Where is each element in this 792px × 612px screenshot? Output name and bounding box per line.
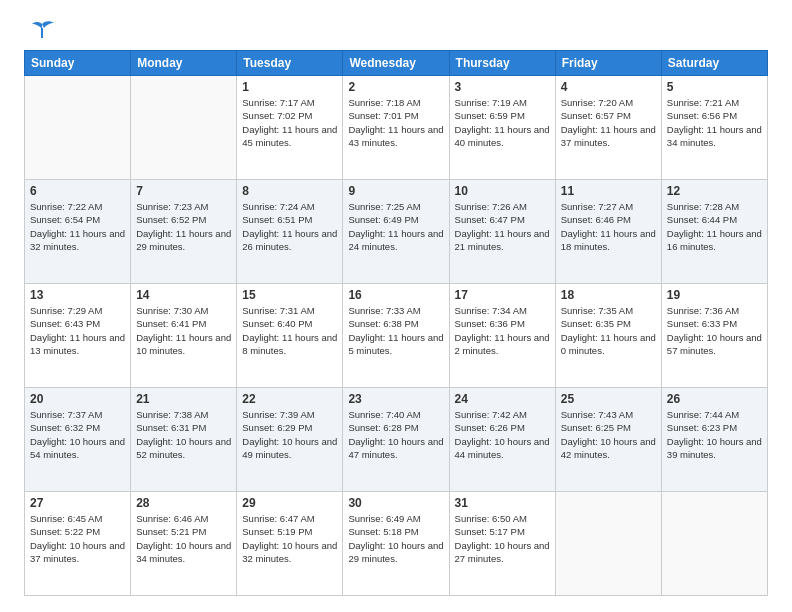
day-info: Sunrise: 7:44 AMSunset: 6:23 PMDaylight:…: [667, 408, 762, 461]
week-row-2: 6Sunrise: 7:22 AMSunset: 6:54 PMDaylight…: [25, 180, 768, 284]
day-cell: 27Sunrise: 6:45 AMSunset: 5:22 PMDayligh…: [25, 492, 131, 596]
week-row-1: 1Sunrise: 7:17 AMSunset: 7:02 PMDaylight…: [25, 76, 768, 180]
col-header-tuesday: Tuesday: [237, 51, 343, 76]
day-info: Sunrise: 6:49 AMSunset: 5:18 PMDaylight:…: [348, 512, 443, 565]
day-cell: 10Sunrise: 7:26 AMSunset: 6:47 PMDayligh…: [449, 180, 555, 284]
week-row-3: 13Sunrise: 7:29 AMSunset: 6:43 PMDayligh…: [25, 284, 768, 388]
day-cell: 20Sunrise: 7:37 AMSunset: 6:32 PMDayligh…: [25, 388, 131, 492]
days-header-row: SundayMondayTuesdayWednesdayThursdayFrid…: [25, 51, 768, 76]
day-cell: 9Sunrise: 7:25 AMSunset: 6:49 PMDaylight…: [343, 180, 449, 284]
day-number: 10: [455, 184, 550, 198]
day-number: 7: [136, 184, 231, 198]
week-row-4: 20Sunrise: 7:37 AMSunset: 6:32 PMDayligh…: [25, 388, 768, 492]
day-number: 11: [561, 184, 656, 198]
day-info: Sunrise: 7:36 AMSunset: 6:33 PMDaylight:…: [667, 304, 762, 357]
day-cell: 15Sunrise: 7:31 AMSunset: 6:40 PMDayligh…: [237, 284, 343, 388]
day-info: Sunrise: 7:22 AMSunset: 6:54 PMDaylight:…: [30, 200, 125, 253]
day-info: Sunrise: 6:50 AMSunset: 5:17 PMDaylight:…: [455, 512, 550, 565]
day-number: 31: [455, 496, 550, 510]
day-info: Sunrise: 6:46 AMSunset: 5:21 PMDaylight:…: [136, 512, 231, 565]
day-number: 26: [667, 392, 762, 406]
day-cell: 12Sunrise: 7:28 AMSunset: 6:44 PMDayligh…: [661, 180, 767, 284]
day-info: Sunrise: 7:29 AMSunset: 6:43 PMDaylight:…: [30, 304, 125, 357]
day-info: Sunrise: 7:37 AMSunset: 6:32 PMDaylight:…: [30, 408, 125, 461]
day-cell: 22Sunrise: 7:39 AMSunset: 6:29 PMDayligh…: [237, 388, 343, 492]
logo: [24, 20, 56, 38]
day-cell: [25, 76, 131, 180]
day-info: Sunrise: 7:27 AMSunset: 6:46 PMDaylight:…: [561, 200, 656, 253]
day-info: Sunrise: 7:30 AMSunset: 6:41 PMDaylight:…: [136, 304, 231, 357]
day-cell: 19Sunrise: 7:36 AMSunset: 6:33 PMDayligh…: [661, 284, 767, 388]
day-number: 30: [348, 496, 443, 510]
day-number: 5: [667, 80, 762, 94]
day-cell: 3Sunrise: 7:19 AMSunset: 6:59 PMDaylight…: [449, 76, 555, 180]
day-cell: 29Sunrise: 6:47 AMSunset: 5:19 PMDayligh…: [237, 492, 343, 596]
day-cell: 16Sunrise: 7:33 AMSunset: 6:38 PMDayligh…: [343, 284, 449, 388]
day-cell: 7Sunrise: 7:23 AMSunset: 6:52 PMDaylight…: [131, 180, 237, 284]
day-info: Sunrise: 7:20 AMSunset: 6:57 PMDaylight:…: [561, 96, 656, 149]
day-cell: 25Sunrise: 7:43 AMSunset: 6:25 PMDayligh…: [555, 388, 661, 492]
day-info: Sunrise: 7:24 AMSunset: 6:51 PMDaylight:…: [242, 200, 337, 253]
day-info: Sunrise: 7:26 AMSunset: 6:47 PMDaylight:…: [455, 200, 550, 253]
day-cell: [131, 76, 237, 180]
day-number: 2: [348, 80, 443, 94]
calendar-table: SundayMondayTuesdayWednesdayThursdayFrid…: [24, 50, 768, 596]
day-cell: 6Sunrise: 7:22 AMSunset: 6:54 PMDaylight…: [25, 180, 131, 284]
day-info: Sunrise: 7:43 AMSunset: 6:25 PMDaylight:…: [561, 408, 656, 461]
col-header-wednesday: Wednesday: [343, 51, 449, 76]
day-number: 28: [136, 496, 231, 510]
day-number: 18: [561, 288, 656, 302]
day-cell: 13Sunrise: 7:29 AMSunset: 6:43 PMDayligh…: [25, 284, 131, 388]
day-cell: 2Sunrise: 7:18 AMSunset: 7:01 PMDaylight…: [343, 76, 449, 180]
day-cell: [555, 492, 661, 596]
day-info: Sunrise: 7:17 AMSunset: 7:02 PMDaylight:…: [242, 96, 337, 149]
day-number: 8: [242, 184, 337, 198]
day-cell: 18Sunrise: 7:35 AMSunset: 6:35 PMDayligh…: [555, 284, 661, 388]
day-cell: 28Sunrise: 6:46 AMSunset: 5:21 PMDayligh…: [131, 492, 237, 596]
day-number: 22: [242, 392, 337, 406]
day-number: 21: [136, 392, 231, 406]
day-number: 4: [561, 80, 656, 94]
day-number: 12: [667, 184, 762, 198]
day-cell: 5Sunrise: 7:21 AMSunset: 6:56 PMDaylight…: [661, 76, 767, 180]
col-header-sunday: Sunday: [25, 51, 131, 76]
day-number: 6: [30, 184, 125, 198]
day-cell: 21Sunrise: 7:38 AMSunset: 6:31 PMDayligh…: [131, 388, 237, 492]
day-cell: 4Sunrise: 7:20 AMSunset: 6:57 PMDaylight…: [555, 76, 661, 180]
logo-bird-icon: [28, 20, 56, 42]
day-cell: 26Sunrise: 7:44 AMSunset: 6:23 PMDayligh…: [661, 388, 767, 492]
day-number: 3: [455, 80, 550, 94]
col-header-thursday: Thursday: [449, 51, 555, 76]
day-number: 1: [242, 80, 337, 94]
day-cell: 31Sunrise: 6:50 AMSunset: 5:17 PMDayligh…: [449, 492, 555, 596]
col-header-monday: Monday: [131, 51, 237, 76]
day-number: 9: [348, 184, 443, 198]
day-info: Sunrise: 7:34 AMSunset: 6:36 PMDaylight:…: [455, 304, 550, 357]
calendar-page: SundayMondayTuesdayWednesdayThursdayFrid…: [0, 0, 792, 612]
day-info: Sunrise: 7:38 AMSunset: 6:31 PMDaylight:…: [136, 408, 231, 461]
day-info: Sunrise: 7:31 AMSunset: 6:40 PMDaylight:…: [242, 304, 337, 357]
day-cell: 8Sunrise: 7:24 AMSunset: 6:51 PMDaylight…: [237, 180, 343, 284]
day-cell: 24Sunrise: 7:42 AMSunset: 6:26 PMDayligh…: [449, 388, 555, 492]
day-number: 19: [667, 288, 762, 302]
day-info: Sunrise: 6:47 AMSunset: 5:19 PMDaylight:…: [242, 512, 337, 565]
day-number: 25: [561, 392, 656, 406]
header: [24, 20, 768, 38]
day-cell: 1Sunrise: 7:17 AMSunset: 7:02 PMDaylight…: [237, 76, 343, 180]
day-info: Sunrise: 7:33 AMSunset: 6:38 PMDaylight:…: [348, 304, 443, 357]
day-info: Sunrise: 7:23 AMSunset: 6:52 PMDaylight:…: [136, 200, 231, 253]
col-header-friday: Friday: [555, 51, 661, 76]
day-number: 23: [348, 392, 443, 406]
day-number: 15: [242, 288, 337, 302]
day-number: 27: [30, 496, 125, 510]
day-cell: 17Sunrise: 7:34 AMSunset: 6:36 PMDayligh…: [449, 284, 555, 388]
day-number: 14: [136, 288, 231, 302]
day-number: 13: [30, 288, 125, 302]
day-number: 24: [455, 392, 550, 406]
day-info: Sunrise: 7:40 AMSunset: 6:28 PMDaylight:…: [348, 408, 443, 461]
day-info: Sunrise: 7:25 AMSunset: 6:49 PMDaylight:…: [348, 200, 443, 253]
day-cell: 11Sunrise: 7:27 AMSunset: 6:46 PMDayligh…: [555, 180, 661, 284]
day-cell: 14Sunrise: 7:30 AMSunset: 6:41 PMDayligh…: [131, 284, 237, 388]
day-cell: 30Sunrise: 6:49 AMSunset: 5:18 PMDayligh…: [343, 492, 449, 596]
day-number: 20: [30, 392, 125, 406]
